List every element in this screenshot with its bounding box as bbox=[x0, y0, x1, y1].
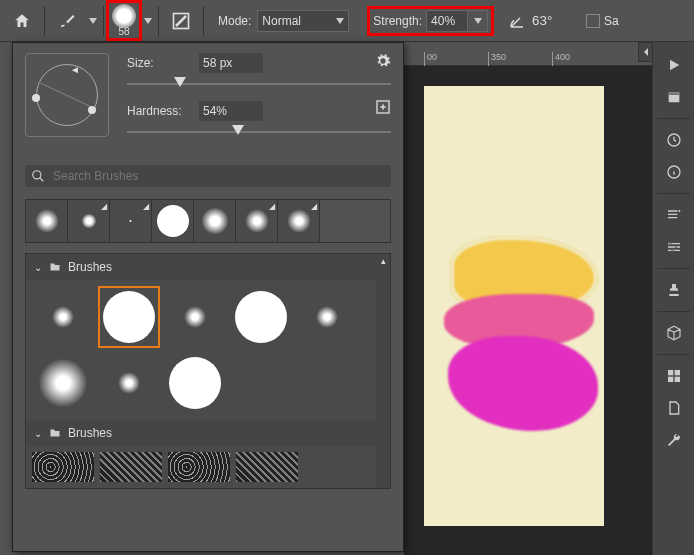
brush-preset-selected[interactable] bbox=[98, 286, 160, 348]
separator bbox=[657, 268, 690, 269]
history-icon bbox=[666, 132, 682, 148]
brush-settings-button[interactable] bbox=[163, 3, 199, 39]
angle-axis bbox=[36, 64, 98, 126]
mode-value: Normal bbox=[262, 14, 301, 28]
brush-preset[interactable] bbox=[32, 352, 94, 414]
svg-rect-11 bbox=[674, 377, 679, 382]
sample-all-layers-checkbox[interactable]: Sa bbox=[586, 14, 619, 28]
paint-strokes bbox=[444, 240, 594, 440]
modifier-badge: ◢ bbox=[269, 202, 275, 211]
brush-icon bbox=[58, 12, 76, 30]
svg-point-13 bbox=[33, 171, 41, 179]
layers-panel-button[interactable] bbox=[656, 393, 692, 423]
brush-popover: ◄ Size: 58 px Hardness: 54% ◢ ·◢ ◢ bbox=[12, 42, 404, 552]
wrench-icon bbox=[666, 432, 682, 448]
recent-brush[interactable] bbox=[194, 200, 236, 242]
brush-grid bbox=[26, 280, 390, 420]
hard-round-icon bbox=[157, 205, 189, 237]
brush-search[interactable] bbox=[25, 165, 391, 187]
slider-thumb[interactable] bbox=[174, 77, 186, 87]
brush-folder: ▴ ⌄ Brushes ⌄ Brushes bbox=[25, 253, 391, 489]
hard-round-icon bbox=[169, 357, 221, 409]
size-slider[interactable] bbox=[127, 77, 391, 91]
soft-round-icon bbox=[184, 306, 206, 328]
brush-preset-texture[interactable] bbox=[32, 452, 94, 482]
brush-preview-icon bbox=[112, 4, 136, 28]
angle-input[interactable] bbox=[532, 13, 568, 28]
slider-thumb[interactable] bbox=[232, 125, 244, 135]
canvas[interactable] bbox=[424, 86, 604, 526]
stroke-magenta bbox=[448, 336, 598, 431]
brushes-list-icon bbox=[665, 207, 683, 223]
hard-round-icon bbox=[103, 291, 155, 343]
roundness-handle[interactable] bbox=[88, 106, 96, 114]
soft-round-icon bbox=[82, 214, 96, 228]
adjustments-panel-button[interactable] bbox=[656, 425, 692, 455]
brush-preset[interactable] bbox=[32, 286, 94, 348]
soft-round-icon bbox=[287, 209, 311, 233]
soft-round-icon bbox=[118, 372, 140, 394]
search-icon bbox=[31, 169, 45, 183]
ruler-tick: 400 bbox=[552, 52, 570, 66]
3d-panel-button[interactable] bbox=[656, 318, 692, 348]
mode-select[interactable]: Normal bbox=[257, 10, 349, 32]
scroll-up-button[interactable]: ▴ bbox=[376, 254, 390, 268]
tool-preset-picker[interactable] bbox=[49, 3, 85, 39]
brush-preset[interactable] bbox=[296, 286, 358, 348]
angle-handle[interactable] bbox=[32, 94, 40, 102]
calendar-panel-button[interactable] bbox=[656, 82, 692, 112]
chevron-down-icon bbox=[336, 18, 344, 24]
recent-brush[interactable]: ◢ bbox=[68, 200, 110, 242]
separator bbox=[158, 6, 159, 36]
separator bbox=[657, 311, 690, 312]
play-actions-button[interactable] bbox=[656, 50, 692, 80]
recent-brush[interactable]: ◢ bbox=[278, 200, 320, 242]
brush-search-input[interactable] bbox=[53, 169, 385, 183]
swatches-panel-button[interactable] bbox=[656, 361, 692, 391]
soft-round-icon bbox=[316, 306, 338, 328]
folder-header[interactable]: ⌄ Brushes bbox=[26, 420, 390, 446]
chevron-down-icon bbox=[144, 18, 152, 24]
separator bbox=[657, 193, 690, 194]
brush-preset[interactable] bbox=[230, 286, 292, 348]
folder-header[interactable]: ⌄ Brushes bbox=[26, 254, 390, 280]
play-icon bbox=[666, 57, 682, 73]
hardness-slider[interactable] bbox=[127, 125, 391, 139]
brush-preset[interactable] bbox=[98, 352, 160, 414]
brush-preset-dropdown[interactable] bbox=[142, 18, 154, 24]
brush-preset[interactable] bbox=[164, 352, 226, 414]
hardness-label: Hardness: bbox=[127, 104, 189, 118]
clone-source-panel-button[interactable] bbox=[656, 275, 692, 305]
brush-preset-texture[interactable] bbox=[168, 452, 230, 482]
svg-point-6 bbox=[674, 246, 677, 249]
hardness-input[interactable]: 54% bbox=[199, 101, 263, 121]
recent-brush[interactable] bbox=[26, 200, 68, 242]
recent-brush[interactable] bbox=[152, 200, 194, 242]
size-input[interactable]: 58 px bbox=[199, 53, 263, 73]
recent-brush[interactable]: ·◢ bbox=[110, 200, 152, 242]
home-button[interactable] bbox=[4, 3, 40, 39]
recent-brush[interactable]: ◢ bbox=[236, 200, 278, 242]
brush-preset-texture[interactable] bbox=[100, 452, 162, 482]
modifier-badge: ◢ bbox=[101, 202, 107, 211]
strength-dropdown[interactable] bbox=[468, 10, 488, 32]
brush-preset-picker[interactable]: 58 bbox=[108, 2, 140, 39]
new-brush-button[interactable] bbox=[375, 99, 391, 115]
ruler-horizontal[interactable]: 00 350 400 bbox=[404, 42, 652, 66]
svg-rect-10 bbox=[668, 377, 673, 382]
info-panel-button[interactable] bbox=[656, 157, 692, 187]
folder-icon bbox=[48, 261, 62, 273]
expand-panels-button[interactable] bbox=[638, 42, 652, 62]
panel-menu-button[interactable] bbox=[375, 53, 391, 69]
folder-label: Brushes bbox=[68, 426, 112, 440]
brush-settings-panel-button[interactable] bbox=[656, 232, 692, 262]
brush-preset[interactable] bbox=[164, 286, 226, 348]
brush-angle-editor[interactable]: ◄ bbox=[25, 53, 109, 137]
tool-preset-dropdown[interactable] bbox=[87, 18, 99, 24]
recent-brushes: ◢ ·◢ ◢ ◢ bbox=[25, 199, 391, 243]
history-panel-button[interactable] bbox=[656, 125, 692, 155]
strength-input[interactable]: 40% bbox=[426, 10, 468, 32]
brushes-panel-button[interactable] bbox=[656, 200, 692, 230]
brush-preset-texture[interactable] bbox=[236, 452, 298, 482]
brush-size-readout: 58 bbox=[118, 26, 129, 37]
